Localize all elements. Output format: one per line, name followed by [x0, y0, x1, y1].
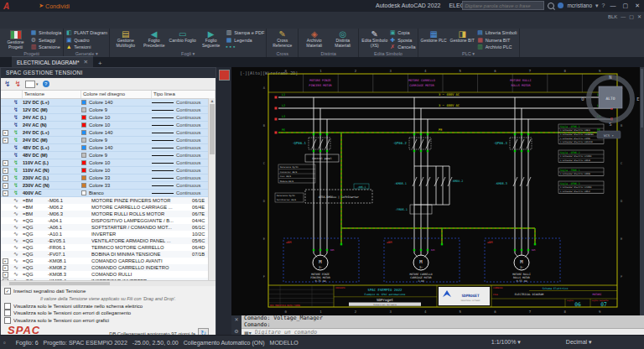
ribbon-button[interactable]: ▥Archivio PLC: [477, 44, 517, 50]
component-row[interactable]: ∿ =QG -FR06.1 TERMICO MOTORE CARRELLO 06…: [1, 244, 216, 251]
component-row[interactable]: ∿ =QG -A06.1 SOFTSTARTER / COMANDO MOT..…: [1, 224, 216, 231]
panel-title[interactable]: Fogli ▾: [110, 50, 266, 57]
scrollbar-thumb[interactable]: [210, 104, 215, 154]
component-row[interactable]: ∿ =QG -FV07.1 BOBINA DI MINIMA TENSIONE …: [1, 251, 216, 258]
panel-title[interactable]: Cross: [267, 50, 298, 57]
ribbon-button[interactable]: ◧PLANT Diagram: [65, 29, 107, 36]
ribbon-button[interactable]: ▤Libreria Simboli: [477, 29, 517, 36]
ribbon-button[interactable]: ▶Foglio Seguente: [197, 29, 225, 49]
checkbox-icon[interactable]: [4, 317, 11, 324]
mdi-restore-button[interactable]: ▢: [629, 13, 634, 19]
ribbon-button[interactable]: ▲Tensioni: [65, 44, 107, 50]
voltage-row[interactable]: ↯ 12V DC (L+) Colore 140 Continuous: [1, 99, 216, 107]
ribbon-button[interactable]: ▪ ▪ ▪: [226, 44, 264, 50]
viewcube-west[interactable]: O: [581, 96, 584, 102]
ribbon-button[interactable]: ▦Numera BIT: [477, 36, 517, 43]
signed-in-user[interactable]: mcristiano: [567, 3, 592, 8]
panel-title[interactable]: Distinta: [299, 50, 358, 57]
units-button[interactable]: Decimal ▾: [566, 339, 592, 346]
component-row[interactable]: + ∿ =QG -KM08.3 COMANDO RULLI: [1, 271, 216, 278]
voltage-row[interactable]: + ↯ 110V AC (L) Colore 10 Continuous: [1, 159, 216, 167]
expand-icon[interactable]: +: [3, 160, 8, 166]
add-voltage-icon[interactable]: ↯: [4, 80, 11, 88]
ribbon-button[interactable]: ▣Copia: [389, 29, 415, 36]
ribbon-button[interactable]: ◎Distinta Materiali: [329, 29, 356, 49]
expand-icon[interactable]: +: [3, 168, 8, 174]
component-row[interactable]: ∿ =BM -M06.2 MOTORE CARRELLO CARRIAGE ..…: [1, 204, 216, 211]
voltage-row[interactable]: ↯ 24V AC (N) Colore 10 Continuous: [1, 122, 216, 129]
minimize-button[interactable]: —: [609, 3, 618, 8]
ribbon-button[interactable]: ✗Cancella: [389, 44, 415, 50]
apply-color-icon[interactable]: ↯: [15, 80, 22, 88]
checkbox-checked-icon[interactable]: ✓: [4, 288, 11, 294]
zoom-level-button[interactable]: 1:1/100% ▾: [491, 339, 521, 346]
ribbon-button[interactable]: ◨Gestione BIT: [449, 29, 476, 44]
option-insert-marker[interactable]: ✓Inserisci segnalino dati Tensione: [4, 288, 212, 295]
ribbon-button[interactable]: ▦Gestione PLC: [420, 29, 448, 44]
component-row[interactable]: ∿ =QG -EV05.1 VENTILATORE ARMADIO PANEL …: [1, 237, 216, 244]
document-tab[interactable]: ELECTRICAL DIAGRAM* ✕: [12, 56, 93, 67]
option-filter-used[interactable]: Visualizza solo le Tensioni utilizzate n…: [4, 303, 212, 310]
palette-side-bar[interactable]: [216, 67, 232, 335]
search-icon[interactable]: [548, 3, 554, 9]
info-icon[interactable]: ?: [43, 81, 49, 87]
chevron-down-icon[interactable]: ▾: [595, 3, 599, 9]
expand-icon[interactable]: +: [3, 265, 8, 271]
ribbon-button[interactable]: ✎Cross Reference: [268, 29, 296, 49]
expand-icon[interactable]: +: [3, 190, 8, 196]
ribbon-button[interactable]: ▭Cambio Foglio: [169, 29, 196, 49]
autolink-toggle[interactable]: Collegamento Automatico (ON): [184, 340, 265, 346]
voltage-row[interactable]: + ↯ 230V AC (L) Colore 33 Continuous: [1, 174, 216, 182]
ribbon-button[interactable]: ✎Edita Simbolo (XS): [361, 29, 388, 49]
model-space-button[interactable]: MODELLO: [270, 340, 299, 346]
palette-title[interactable]: SPAC GESTIONE TENSIONI: [1, 68, 216, 78]
checkbox-icon[interactable]: [4, 310, 11, 316]
ribbon-button[interactable]: ▦Simbologia: [30, 29, 61, 36]
scrollbar-thumb[interactable]: [9, 282, 110, 285]
avatar[interactable]: [558, 3, 564, 8]
voltage-row[interactable]: + ↯ 230V AC (N) Colore 33 Continuous: [1, 182, 216, 190]
expand-icon[interactable]: +: [3, 138, 8, 143]
viewport-controls[interactable]: [-][Alto][Wireframe 2D]: [240, 70, 298, 76]
expand-icon[interactable]: +: [3, 175, 8, 181]
ribbon-button[interactable]: ▥Scansione: [30, 44, 61, 50]
voltage-row[interactable]: + ↯ 24V DC (M) Colore 9 Continuous: [1, 137, 216, 144]
expand-icon[interactable]: +: [3, 183, 8, 189]
panel-title[interactable]: Edita Simbolo: [359, 50, 417, 57]
help-icon[interactable]: ?: [602, 3, 605, 8]
voltage-row[interactable]: + ↯ 400V AC Bianco Continuous: [1, 190, 216, 197]
window-icon[interactable]: ▫: [3, 339, 6, 346]
customize-icon[interactable]: ⚙: [231, 328, 242, 334]
ribbon-button[interactable]: ◀Foglio Precedente: [140, 29, 168, 49]
viewcube-south[interactable]: S: [609, 122, 611, 127]
ribbon-button[interactable]: ⚙Settaggi: [30, 36, 61, 43]
component-row[interactable]: ∿ =BM -M06.3 MOTORE RULLI ROLLS MOTOR 06…: [1, 211, 216, 217]
component-row[interactable]: ∿ =QG -A04.1 DISPOSITIVO LAMPEGGIANTE / …: [1, 217, 216, 224]
tab-close-icon[interactable]: ✕: [84, 59, 88, 65]
ribbon-button[interactable]: ▥Stampa e PDF: [226, 29, 264, 36]
voltage-row[interactable]: ↯ 24V AC (L) Colore 10 Continuous: [1, 114, 216, 122]
new-tab-button[interactable]: +: [93, 60, 107, 67]
mdi-minimize-button[interactable]: —: [621, 14, 626, 19]
expand-icon[interactable]: +: [3, 258, 8, 264]
palette-properties-icon[interactable]: [219, 70, 230, 81]
mdi-close-button[interactable]: ✕: [637, 13, 641, 19]
ribbon-button[interactable]: ▣Quadro: [65, 36, 107, 43]
panel-title[interactable]: PLC ▾: [418, 50, 519, 57]
autocad-logo-icon[interactable]: A: [3, 2, 9, 11]
drawing-canvas[interactable]: [-][Alto][Wireframe 2D] MOTORE PINZE PIN…: [231, 67, 644, 315]
expand-icon[interactable]: +: [3, 130, 8, 136]
voltage-row[interactable]: ↯ 48V DC (M) Colore 9 Continuous: [1, 152, 216, 159]
ribbon-button[interactable]: ▤Gestione Multifoglio: [112, 29, 139, 49]
ribbon-button[interactable]: Gestione Progetti: [2, 29, 29, 50]
viewcube-north[interactable]: N: [609, 75, 611, 80]
voltage-row[interactable]: ↯ 12V DC (M) Colore 9 Continuous: [1, 107, 216, 114]
close-icon[interactable]: ✕: [231, 316, 242, 322]
ribbon-button[interactable]: ✚Sposta: [389, 36, 415, 43]
canvas-scrollbar[interactable]: [640, 67, 644, 315]
component-row[interactable]: + ∿ =QG -KM08.2 COMANDO CARRELLO INDIETR…: [1, 264, 216, 271]
voltage-row[interactable]: + ↯ 110V AC (N) Colore 10 Continuous: [1, 167, 216, 174]
checkbox-icon[interactable]: [4, 303, 11, 310]
share-button[interactable]: ➤ Condividi: [39, 3, 70, 9]
component-row[interactable]: ∿ =BM -M06.1 MOTORE PINZE PINCERS MOTOR …: [1, 197, 216, 204]
